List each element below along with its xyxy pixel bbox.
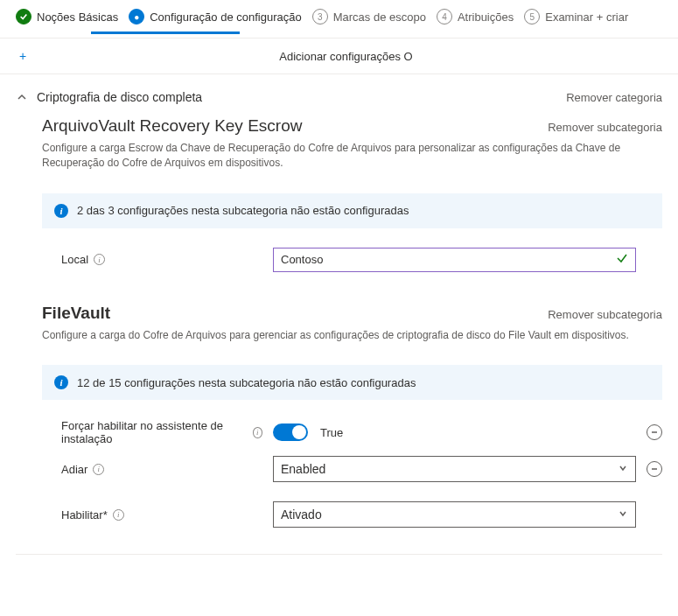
step-config[interactable]: ● Configuração de configuração: [129, 9, 301, 24]
step-number-icon: 4: [437, 9, 452, 24]
setting-label: Forçar habilitar no assistente de instal…: [61, 419, 248, 445]
add-settings-label: Adicionar configurações O: [30, 50, 662, 63]
plus-icon: +: [16, 49, 30, 63]
remove-category-button[interactable]: Remover categoria: [566, 91, 662, 104]
setting-local: Local i Contoso: [0, 242, 678, 277]
check-icon: [16, 9, 31, 24]
step-assignments[interactable]: 4 Atribuições: [437, 9, 514, 24]
setting-label: Local: [61, 253, 88, 266]
subcategory-description: Configure a carga Escrow da Chave de Rec…: [42, 141, 662, 171]
step-basics[interactable]: Noções Básicas: [16, 9, 118, 24]
info-banner-text: 12 de 15 configurações nesta subcategori…: [77, 376, 416, 389]
subcategory-recovery-key: ArquivoVault Recovery Key Escrow Remover…: [0, 109, 678, 176]
info-icon: i: [54, 375, 68, 389]
subcategory-description: Configure a carga do Cofre de Arquivos p…: [42, 328, 662, 343]
step-label: Marcas de escopo: [333, 10, 426, 24]
info-icon[interactable]: i: [94, 254, 105, 265]
chevron-down-icon: [618, 463, 628, 475]
category-header: Criptografia de disco completa Remover c…: [0, 74, 678, 109]
info-icon[interactable]: i: [93, 464, 104, 475]
active-step-indicator: [91, 32, 240, 34]
remove-subcategory-button[interactable]: Remover subcategoria: [548, 121, 662, 134]
toggle-value-text: True: [320, 426, 343, 439]
force-enable-toggle[interactable]: [273, 424, 308, 441]
remove-subcategory-button[interactable]: Remover subcategoria: [548, 308, 662, 321]
adiar-select[interactable]: Enabled: [273, 456, 636, 482]
setting-habilitar: Habilitar* i Ativado: [0, 496, 678, 533]
step-number-icon: 3: [312, 9, 328, 24]
remove-setting-button[interactable]: [647, 461, 662, 477]
info-icon[interactable]: i: [113, 509, 124, 521]
subcategory-filevault: FileVault Remover subcategoria Configure…: [0, 297, 678, 348]
step-scope-tags[interactable]: 3 Marcas de escopo: [312, 9, 426, 24]
remove-setting-button[interactable]: [647, 424, 662, 440]
select-value: Enabled: [281, 462, 325, 476]
local-input[interactable]: Contoso: [273, 248, 636, 272]
select-value: Ativado: [281, 508, 322, 522]
info-banner-text: 2 das 3 configurações nesta subcategoria…: [77, 204, 409, 217]
step-number-icon: ●: [129, 9, 144, 24]
wizard-stepper: Noções Básicas ● Configuração de configu…: [0, 0, 678, 24]
subcategory-title: FileVault: [42, 304, 548, 323]
info-icon: i: [54, 204, 68, 218]
setting-adiar: Adiar i Enabled: [0, 451, 678, 487]
info-banner: i 2 das 3 configurações nesta subcategor…: [42, 193, 662, 228]
habilitar-select[interactable]: Ativado: [273, 501, 636, 528]
info-banner: i 12 de 15 configurações nesta subcatego…: [42, 365, 662, 400]
divider: [16, 554, 662, 555]
step-number-icon: 5: [524, 9, 540, 24]
check-icon: [616, 252, 628, 267]
setting-label: Habilitar*: [61, 508, 108, 522]
setting-force-enable: Forçar habilitar no assistente de instal…: [0, 414, 678, 451]
step-label: Noções Básicas: [37, 10, 118, 24]
chevron-down-icon: [618, 508, 628, 521]
step-label: Configuração de configuração: [150, 10, 301, 24]
add-settings-row[interactable]: + Adicionar configurações O: [0, 38, 678, 74]
chevron-up-icon[interactable]: [16, 91, 28, 103]
step-label: Examinar + criar: [545, 10, 628, 24]
step-label: Atribuições: [458, 10, 514, 24]
subcategory-title: ArquivoVault Recovery Key Escrow: [42, 116, 548, 136]
info-icon[interactable]: i: [253, 427, 262, 438]
step-review-create[interactable]: 5 Examinar + criar: [524, 9, 628, 24]
input-value: Contoso: [281, 253, 323, 266]
category-title: Criptografia de disco completa: [37, 90, 557, 104]
setting-label: Adiar: [61, 463, 87, 476]
